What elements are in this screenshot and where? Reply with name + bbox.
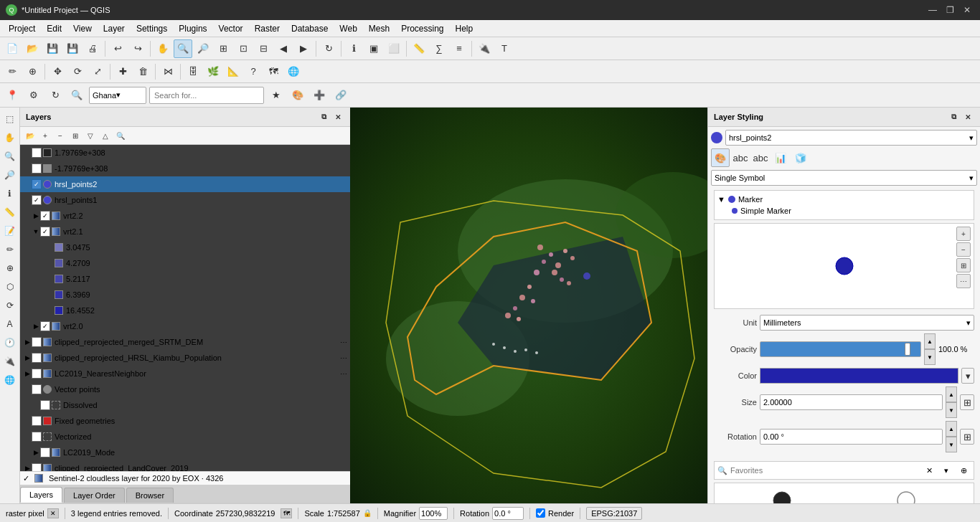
layer-check[interactable]: ✓ [32, 195, 42, 205]
style-btn[interactable]: 🎨 [288, 86, 307, 105]
symbol-type-combo[interactable]: Single Symbol ▾ [711, 170, 977, 186]
layer-dissolved[interactable]: Dissolved [20, 397, 350, 413]
zoom-in-tool[interactable]: 🔍 [1, 148, 19, 165]
zoom-in-button[interactable]: 🔍 [174, 39, 192, 58]
layer-lc2019[interactable]: ▶ LC2019_NearestNeighbor ⋯ [20, 366, 350, 381]
expand-arrow[interactable]: ▶ [32, 322, 40, 331]
print-button[interactable]: 🖨 [83, 39, 102, 58]
menu-vector[interactable]: Vector [213, 20, 249, 37]
save-button[interactable]: 💾 [43, 39, 62, 58]
rotation-down-btn[interactable]: ▼ [946, 437, 957, 452]
rotation-input[interactable] [760, 429, 943, 445]
filter-legend-btn[interactable]: 🔍 [113, 128, 128, 143]
select-button[interactable]: ▣ [364, 39, 383, 58]
add-favorites-btn[interactable]: ⊕ [956, 463, 971, 478]
maximize-button[interactable]: ❐ [943, 3, 957, 17]
diagram-btn[interactable]: 📊 [771, 148, 790, 167]
size-input[interactable]: 2.00000 [760, 394, 943, 410]
undo-button[interactable]: ↩ [108, 39, 127, 58]
magnifier-input[interactable] [419, 507, 448, 520]
rotate-tool[interactable]: ⟳ [1, 297, 19, 314]
favorites-input[interactable] [730, 466, 919, 475]
measure-button[interactable]: 📏 [410, 39, 428, 58]
layer-vrt22[interactable]: ▶ ✓ vrt2.2 [20, 208, 350, 224]
location-combo[interactable]: Ghana ▾ [89, 87, 146, 104]
opacity-up-btn[interactable]: ▲ [924, 333, 936, 349]
slider-thumb[interactable] [905, 343, 910, 356]
color-picker-btn[interactable]: ▾ [961, 368, 974, 384]
identify-button[interactable]: ℹ [344, 39, 363, 58]
expand-arrow[interactable]: ▶ [32, 212, 40, 220]
layer-vecpts[interactable]: Vector points [20, 381, 350, 397]
georef-btn[interactable]: 📐 [224, 62, 242, 81]
layer-fixed[interactable]: Fixed geometries [20, 413, 350, 429]
zoom-out-tool[interactable]: 🔎 [1, 166, 19, 184]
collapse-all-btn[interactable]: △ [98, 128, 113, 143]
layers-float-btn[interactable]: ⧉ [317, 110, 330, 123]
rotation-defined-btn[interactable]: ⊞ [960, 429, 974, 445]
add-feature-btn[interactable]: ✚ [113, 62, 132, 81]
sum-button[interactable]: ∑ [430, 39, 448, 58]
layer-check[interactable] [32, 463, 42, 471]
opacity-slider[interactable] [760, 341, 921, 357]
edit-button[interactable]: ✏ [3, 62, 22, 81]
simple-marker-item[interactable]: Simple Marker [717, 205, 971, 217]
remove-symbol-btn[interactable]: − [956, 242, 971, 257]
annotate-tool[interactable]: 📝 [1, 222, 19, 239]
save-as-button[interactable]: 💾 [63, 39, 82, 58]
edit-tool[interactable]: ✏ [1, 241, 19, 258]
render-checkbox[interactable] [536, 508, 545, 518]
zoom-selection-button[interactable]: ⊟ [254, 39, 273, 58]
refresh-button[interactable]: ↻ [319, 39, 338, 58]
layer-options[interactable]: ⋯ [340, 370, 347, 378]
rotate-btn[interactable]: ⟳ [68, 62, 87, 81]
color-ramp-btn[interactable]: 🎨 [711, 148, 730, 167]
sentinel-layer[interactable]: ✓ Sentinel-2 cloudless layer for 2020 by… [20, 471, 350, 485]
layer-v5[interactable]: 5.2117 [20, 271, 350, 287]
node-tool[interactable]: ⊕ [1, 260, 19, 277]
grass-btn[interactable]: 🌿 [204, 62, 222, 81]
expand-arrow[interactable]: ▶ [23, 464, 32, 471]
new-button[interactable]: 📄 [3, 39, 22, 58]
redo-button[interactable]: ↪ [128, 39, 147, 58]
layer-check[interactable] [32, 384, 42, 394]
identify-tool[interactable]: ℹ [1, 185, 19, 202]
layer-check[interactable] [32, 432, 42, 442]
layer-v3[interactable]: 3.0475 [20, 239, 350, 255]
layer-v4[interactable]: 4.2709 [20, 255, 350, 271]
move-button[interactable]: ✥ [48, 62, 67, 81]
pan-tool[interactable]: ✋ [1, 129, 19, 146]
symbol-filled[interactable] [772, 490, 792, 503]
layer-check[interactable] [32, 369, 42, 379]
marker-item[interactable]: ▼ Marker [717, 194, 971, 205]
remove-layer-btn[interactable]: − [53, 128, 67, 143]
expand-all-btn[interactable]: ▽ [83, 128, 98, 143]
scale-lock-btn[interactable]: 🔒 [363, 509, 372, 517]
help-btn[interactable]: ? [244, 62, 263, 81]
layer-hrsl1[interactable]: ✓ hrsl_points1 [20, 192, 350, 208]
expand-arrow[interactable]: ▶ [23, 353, 32, 362]
layer-check[interactable] [40, 447, 50, 457]
expand-arrow[interactable]: ▶ [23, 369, 32, 378]
scale-btn[interactable]: ⤢ [88, 62, 107, 81]
expand-arrow[interactable]: ▶ [23, 338, 32, 346]
menu-mesh[interactable]: Mesh [363, 20, 395, 37]
layer-check[interactable]: ✓ [40, 227, 50, 237]
temporal-tool[interactable]: 🕐 [1, 334, 19, 351]
data-defined-btn[interactable]: ⊞ [960, 394, 974, 410]
layer-val1[interactable]: 1.79769e+308 [20, 145, 350, 161]
layer-lc2019mode[interactable]: ▶ LC2019_Mode [20, 445, 350, 460]
menu-edit[interactable]: Edit [41, 20, 67, 37]
zoom-next-button[interactable]: ▶ [294, 39, 313, 58]
tab-layers[interactable]: Layers [20, 487, 62, 503]
styling-float-btn[interactable]: ⧉ [947, 110, 960, 123]
close-button[interactable]: ✕ [960, 3, 974, 17]
add-symbol-btn[interactable]: + [956, 227, 971, 241]
addr-settings-btn[interactable]: ⚙ [24, 86, 43, 105]
layer-hrsl2[interactable]: ✓ hrsl_points2 [20, 176, 350, 192]
expand-arrow[interactable]: ▼ [32, 227, 40, 236]
layer-val2[interactable]: -1.79769e+308 [20, 161, 350, 176]
menu-processing[interactable]: Processing [395, 20, 449, 37]
layer-check[interactable] [32, 416, 42, 426]
opacity-down-btn[interactable]: ▼ [924, 349, 936, 365]
